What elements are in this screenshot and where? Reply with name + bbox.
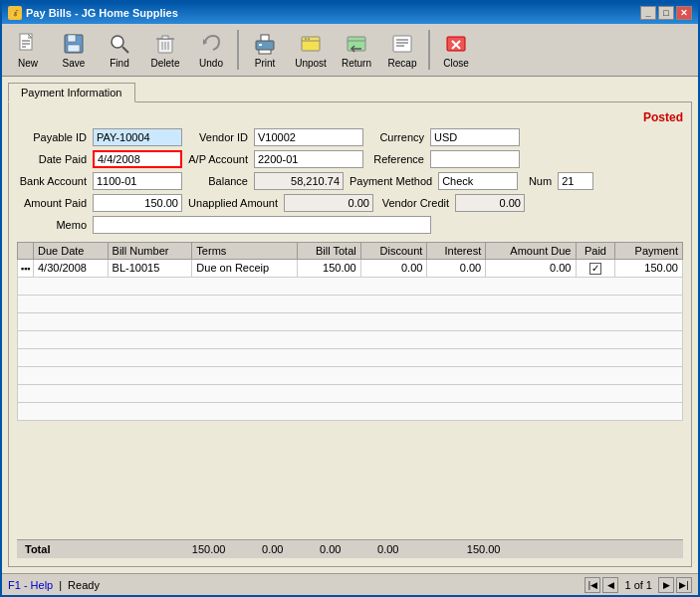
memo-label: Memo (17, 219, 87, 231)
main-content: Payment Information Posted Payable ID Ve… (2, 77, 698, 573)
form-row-4: Amount Paid Unapplied Amount Vendor Cred… (17, 194, 683, 212)
main-window: 💰 Pay Bills - JG Home Supplies _ □ ✕ New… (0, 0, 700, 597)
delete-label: Delete (151, 58, 180, 69)
return-icon (345, 32, 368, 56)
print-icon (253, 32, 277, 56)
help-link[interactable]: F1 - Help (8, 579, 53, 591)
row-terms: Due on Receip (192, 260, 297, 278)
svg-point-7 (112, 36, 123, 48)
prev-page-button[interactable]: ◀ (602, 577, 618, 593)
status-separator: | (59, 579, 62, 591)
minimize-button[interactable]: _ (640, 6, 656, 20)
balance-label: Balance (188, 175, 248, 187)
print-label: Print (255, 58, 276, 69)
reference-label: Reference (369, 153, 424, 165)
row-paid-checkbox[interactable]: ✓ (576, 260, 615, 278)
form-row-2: Date Paid A/P Account Reference (17, 150, 683, 168)
new-label: New (18, 58, 38, 69)
table-wrapper: Due Date Bill Number Terms Bill Total Di… (17, 238, 683, 539)
col-interest: Interest (427, 243, 486, 260)
balance-input (254, 172, 344, 190)
footer-totals: Total 150.00 0.00 0.00 0.00 150.00 (17, 539, 683, 558)
col-discount: Discount (360, 243, 427, 260)
window-controls: _ □ ✕ (640, 6, 692, 20)
bills-table: Due Date Bill Number Terms Bill Total Di… (17, 242, 683, 421)
col-paid: Paid (576, 243, 615, 260)
col-terms: Terms (192, 243, 297, 260)
currency-input[interactable] (430, 128, 520, 146)
currency-label: Currency (369, 131, 424, 143)
ap-account-label: A/P Account (188, 153, 248, 165)
print-button[interactable]: Print (243, 27, 287, 73)
bank-account-input[interactable] (93, 172, 182, 190)
unapplied-amount-input (284, 194, 373, 212)
tab-bar: Payment Information (8, 83, 692, 101)
form-row-1: Payable ID Vendor ID Currency (17, 128, 683, 146)
recap-button[interactable]: Recap (380, 27, 424, 73)
reference-input[interactable] (430, 150, 520, 168)
num-label: Num (524, 175, 552, 187)
row-bill-number: BL-10015 (108, 260, 192, 278)
payable-id-label: Payable ID (17, 131, 87, 143)
status-nav: |◀ ◀ 1 of 1 ▶ ▶| (584, 577, 692, 593)
empty-row (18, 348, 683, 366)
undo-button[interactable]: Undo (189, 27, 233, 73)
save-label: Save (63, 58, 86, 69)
close-icon (444, 32, 468, 56)
form-row-3: Bank Account Balance Payment Method Num (17, 172, 683, 190)
empty-row (18, 330, 683, 348)
close-label: Close (443, 58, 469, 69)
undo-label: Undo (199, 58, 223, 69)
amount-paid-input[interactable] (93, 194, 182, 212)
col-payment: Payment (615, 243, 683, 260)
find-icon (108, 32, 131, 56)
col-due-date-val: Due Date (34, 243, 109, 260)
payable-id-input[interactable] (93, 128, 182, 146)
footer-interest: 0.00 (289, 543, 341, 555)
save-button[interactable]: Save (52, 27, 96, 73)
svg-line-8 (122, 47, 128, 53)
close-button[interactable]: Close (434, 27, 478, 73)
svg-rect-20 (302, 37, 320, 51)
posted-badge: Posted (17, 110, 683, 124)
empty-row (18, 384, 683, 402)
find-label: Find (110, 58, 128, 69)
empty-row (18, 295, 683, 312)
vendor-credit-label: Vendor Credit (379, 197, 449, 209)
last-page-button[interactable]: ▶| (676, 577, 692, 593)
footer-payment: 150.00 (430, 543, 500, 555)
unapplied-amount-label: Unapplied Amount (188, 197, 278, 209)
tab-payment-information[interactable]: Payment Information (8, 83, 135, 102)
first-page-button[interactable]: |◀ (584, 577, 600, 593)
vendor-id-input[interactable] (254, 128, 363, 146)
row-payment: 150.00 (615, 260, 683, 278)
ap-account-input[interactable] (254, 150, 363, 168)
row-interest: 0.00 (427, 260, 486, 278)
row-amount-due: 0.00 (486, 260, 576, 278)
toolbar-separator (237, 30, 239, 70)
empty-row (18, 277, 683, 295)
date-paid-input[interactable] (93, 150, 182, 168)
unpost-icon (299, 32, 323, 56)
paid-checkmark: ✓ (589, 263, 601, 275)
toolbar-separator-2 (428, 30, 430, 70)
row-nav-btn[interactable]: ▪▪▪ (18, 260, 34, 278)
next-page-button[interactable]: ▶ (658, 577, 674, 593)
status-text: Ready (68, 579, 100, 591)
new-button[interactable]: New (6, 27, 50, 73)
close-window-button[interactable]: ✕ (676, 6, 692, 20)
memo-input[interactable] (93, 216, 431, 234)
save-icon (62, 32, 86, 56)
return-button[interactable]: Return (335, 27, 378, 73)
delete-button[interactable]: Delete (143, 27, 187, 73)
unpost-button[interactable]: Unpost (289, 27, 333, 73)
payment-method-input[interactable] (438, 172, 518, 190)
new-icon (16, 32, 40, 56)
return-label: Return (342, 58, 371, 69)
toolbar: New Save Find Delete Und (2, 24, 698, 77)
svg-rect-19 (259, 44, 262, 46)
delete-icon (153, 32, 177, 56)
find-button[interactable]: Find (98, 27, 141, 73)
maximize-button[interactable]: □ (658, 6, 674, 20)
num-input[interactable] (558, 172, 593, 190)
